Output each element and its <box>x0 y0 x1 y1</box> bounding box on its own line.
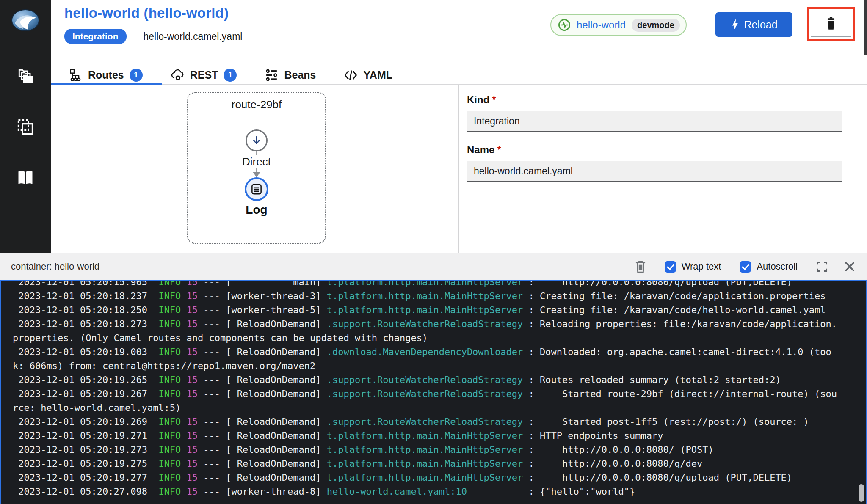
tab-routes-count: 1 <box>130 69 143 82</box>
wrap-text-label: Wrap text <box>682 261 721 272</box>
tab-yaml[interactable]: YAML <box>344 68 392 82</box>
delete-button[interactable] <box>811 11 851 37</box>
beans-icon <box>265 68 279 82</box>
kind-badge: Integration <box>64 29 127 44</box>
log-step-label: Log <box>188 203 325 217</box>
log-line: rce: hello-world.camel.yaml:5) <box>13 401 866 415</box>
route-group[interactable]: route-29bf Direct Log <box>187 92 326 244</box>
autoscroll-checkbox[interactable] <box>740 261 751 273</box>
log-line: 2023-12-01 05:20:18.250 INFO 15 --- [wor… <box>13 303 866 317</box>
log-line: 2023-12-01 05:20:27.098 INFO 15 --- [wor… <box>13 485 866 498</box>
devmode-badge: devmode <box>632 19 680 32</box>
autoscroll-label: Autoscroll <box>757 261 798 272</box>
trash-icon <box>825 17 837 30</box>
route-title: route-29bf <box>188 98 325 111</box>
log-line: 2023-12-01 05:20:19.003 INFO 15 --- [ Re… <box>13 345 866 359</box>
log-line: 2023-12-01 05:20:15.905 INFO 15 --- [ ma… <box>13 280 866 289</box>
page-scrollbar-thumb[interactable] <box>864 0 867 55</box>
from-node-label: Direct <box>188 155 325 168</box>
copy-icon <box>16 118 35 136</box>
tab-beans[interactable]: Beans <box>265 68 316 82</box>
sidebar-item-documentation[interactable] <box>0 166 51 190</box>
sidebar-item-projects[interactable] <box>0 64 51 88</box>
log-line: 2023-12-01 05:20:18.273 INFO 15 --- [ Re… <box>13 317 866 331</box>
log-line: 2023-12-01 05:20:19.265 INFO 15 --- [ Re… <box>13 373 866 387</box>
tab-routes[interactable]: Routes 1 <box>69 68 143 82</box>
camel-logo-icon <box>11 9 39 31</box>
route-designer: route-29bf Direct Log <box>51 85 867 253</box>
reload-button-label: Reload <box>744 19 777 31</box>
sidebar <box>0 0 51 253</box>
required-marker: * <box>497 144 501 155</box>
routes-icon <box>69 68 83 82</box>
bolt-icon <box>730 18 740 31</box>
route-canvas[interactable]: route-29bf Direct Log <box>51 85 459 253</box>
pod-status-pill[interactable]: hello-world devmode <box>550 14 687 36</box>
tab-rest-count: 1 <box>224 69 237 82</box>
route-from-node[interactable] <box>246 129 268 151</box>
karavan-app: hello-world (hello-world) Integration he… <box>0 0 867 504</box>
clear-log-trash-icon[interactable] <box>634 260 647 273</box>
kind-field-label: Kind* <box>467 94 842 106</box>
log-line: 2023-12-01 05:20:19.267 INFO 15 --- [ Re… <box>13 387 866 401</box>
log-console-header: container: hello-world Wrap text Autoscr… <box>0 253 867 280</box>
tab-rest-label: REST <box>190 69 218 81</box>
sidebar-item-templates[interactable] <box>0 115 51 139</box>
book-icon <box>16 168 35 187</box>
log-line: 2023-12-01 05:20:19.277 INFO 15 --- [ Re… <box>13 471 866 485</box>
log-icon <box>250 183 263 196</box>
autoscroll-toggle[interactable]: Autoscroll <box>740 261 798 273</box>
pod-health-icon <box>558 19 571 31</box>
name-field[interactable] <box>467 161 842 182</box>
console-toolbar: Wrap text Autoscroll <box>634 260 855 273</box>
log-line: properties. (Only Camel routes and compo… <box>13 331 866 345</box>
pod-name-link[interactable]: hello-world <box>577 19 626 31</box>
log-line: k: 606ms) from: central@https://repo1.ma… <box>13 359 866 373</box>
kind-field[interactable] <box>467 111 842 132</box>
rest-icon <box>171 68 185 82</box>
tab-routes-label: Routes <box>88 69 124 81</box>
filename-label: hello-world.camel.yaml <box>144 31 243 42</box>
camel-logo[interactable] <box>11 9 39 31</box>
log-line: 2023-12-01 05:20:19.269 INFO 15 --- [ Re… <box>13 415 866 429</box>
log-line: 2023-12-01 05:20:19.275 INFO 15 --- [ Re… <box>13 457 866 471</box>
tab-beans-label: Beans <box>284 69 316 81</box>
tabbar: Routes 1 REST 1 Beans YAML <box>51 66 867 85</box>
container-label: container: hello-world <box>11 261 99 272</box>
tab-yaml-label: YAML <box>363 69 392 81</box>
yaml-code-icon <box>344 68 358 82</box>
log-line: 2023-12-01 05:20:19.273 INFO 15 --- [ Re… <box>13 443 866 457</box>
log-terminal[interactable]: 2023-12-01 05:20:15.905 INFO 15 --- [ ma… <box>0 280 867 504</box>
log-line: 2023-12-01 05:20:19.271 INFO 15 --- [ Re… <box>13 429 866 443</box>
reload-button[interactable]: Reload <box>715 12 792 37</box>
wrap-text-checkbox[interactable] <box>665 261 676 273</box>
name-field-label: Name* <box>467 144 842 156</box>
tab-rest[interactable]: REST 1 <box>171 68 237 82</box>
log-output: 2023-12-01 05:20:15.905 INFO 15 --- [ ma… <box>1 280 866 498</box>
wrap-text-toggle[interactable]: Wrap text <box>665 261 721 273</box>
close-console-icon[interactable] <box>844 261 855 272</box>
expand-fullscreen-icon[interactable] <box>816 261 828 273</box>
properties-panel: Kind* Name* <box>459 85 867 253</box>
file-subheader: Integration hello-world.camel.yaml <box>64 29 242 44</box>
arrow-down-icon <box>251 135 262 146</box>
terminal-scrollbar-thumb[interactable] <box>859 484 864 502</box>
page-title: hello-world (hello-world) <box>64 5 229 21</box>
annotation-highlight-box <box>807 7 855 41</box>
folders-icon <box>16 67 35 85</box>
required-marker: * <box>492 94 496 105</box>
log-line: 2023-12-01 05:20:18.237 INFO 15 --- [wor… <box>13 289 866 303</box>
connector-arrowhead <box>253 172 260 177</box>
log-step-node[interactable] <box>245 177 268 201</box>
